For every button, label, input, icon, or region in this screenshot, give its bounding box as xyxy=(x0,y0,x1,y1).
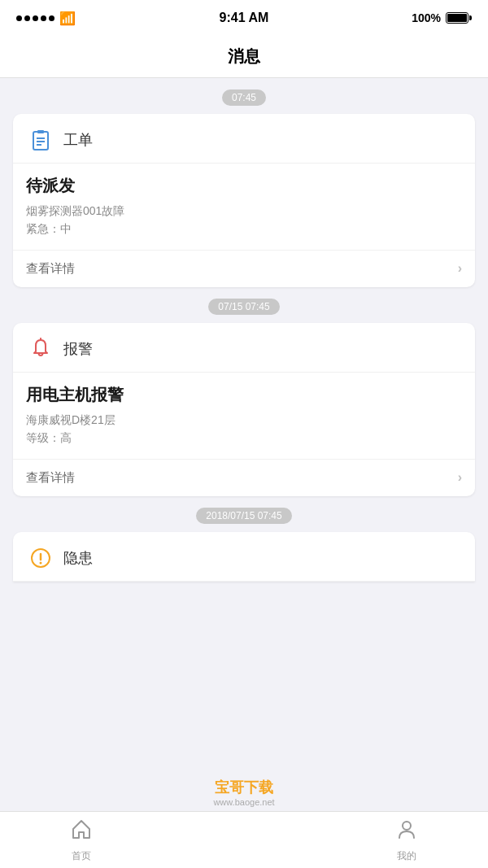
card-body-2: 用电主机报警 海康威视D楼21层 等级：高 xyxy=(13,373,475,459)
chevron-icon-2: › xyxy=(458,470,462,485)
svg-point-9 xyxy=(403,822,411,830)
battery-icon xyxy=(446,12,472,24)
timestamp-text-3: 2018/07/15 07:45 xyxy=(196,508,291,524)
page-title: 消息 xyxy=(228,46,260,68)
status-time: 9:41 AM xyxy=(220,11,269,25)
tab-profile-label: 我的 xyxy=(397,849,416,863)
signal-icon xyxy=(16,15,54,21)
message-card-3: 隐患 xyxy=(13,532,475,582)
card-footer-1[interactable]: 查看详情 › xyxy=(13,250,475,287)
card-header-2: 报警 xyxy=(13,323,475,373)
main-content: 07:45 工单 待派发 烟雾探测器001故障 紧急：中 查看详情 xyxy=(0,78,488,582)
timestamp-2: 07/15 07:45 xyxy=(0,287,488,323)
person-icon xyxy=(395,818,418,846)
timestamp-text-1: 07:45 xyxy=(222,89,266,106)
bell-icon xyxy=(26,334,55,364)
tab-profile[interactable]: 我的 xyxy=(325,818,488,863)
timestamp-3: 2018/07/15 07:45 xyxy=(0,496,488,532)
wifi-icon: 📶 xyxy=(59,11,76,26)
card-main-title-2: 用电主机报警 xyxy=(26,384,462,406)
svg-rect-1 xyxy=(37,130,44,133)
card-header-1: 工单 xyxy=(13,114,475,164)
clipboard-icon xyxy=(26,125,55,155)
card-main-title-1: 待派发 xyxy=(26,175,462,197)
card-desc-2: 海康威视D楼21层 等级：高 xyxy=(26,411,462,447)
card-body-1: 待派发 烟雾探测器001故障 紧急：中 xyxy=(13,164,475,250)
status-right: 100% xyxy=(412,11,472,24)
card-type-2: 报警 xyxy=(63,339,93,359)
tab-home-label: 首页 xyxy=(72,849,91,863)
card-header-3: 隐患 xyxy=(13,532,475,582)
card-footer-label-1: 查看详情 xyxy=(26,261,75,277)
status-bar: 📶 9:41 AM 100% xyxy=(0,0,488,36)
card-desc-1: 烟雾探测器001故障 紧急：中 xyxy=(26,202,462,238)
card-type-3: 隐患 xyxy=(63,548,93,568)
svg-point-8 xyxy=(40,561,42,564)
tab-bar: 首页 我的 xyxy=(0,811,488,868)
card-footer-label-2: 查看详情 xyxy=(26,470,75,486)
message-card-2: 报警 用电主机报警 海康威视D楼21层 等级：高 查看详情 › xyxy=(13,323,475,496)
warning-icon xyxy=(26,543,55,573)
tab-home[interactable]: 首页 xyxy=(0,818,163,863)
home-icon xyxy=(70,818,93,846)
watermark-brand: 宝哥下载 xyxy=(213,778,274,797)
card-footer-2[interactable]: 查看详情 › xyxy=(13,459,475,496)
status-left: 📶 xyxy=(16,11,76,26)
card-type-1: 工单 xyxy=(63,130,93,150)
timestamp-1: 07:45 xyxy=(0,78,488,114)
timestamp-text-2: 07/15 07:45 xyxy=(208,299,279,315)
watermark-url: www.baoge.net xyxy=(213,797,274,807)
watermark: 宝哥下载 www.baoge.net xyxy=(213,778,274,807)
battery-percent: 100% xyxy=(412,11,441,24)
nav-bar: 消息 xyxy=(0,36,488,78)
message-card-1: 工单 待派发 烟雾探测器001故障 紧急：中 查看详情 › xyxy=(13,114,475,287)
chevron-icon-1: › xyxy=(458,261,462,276)
